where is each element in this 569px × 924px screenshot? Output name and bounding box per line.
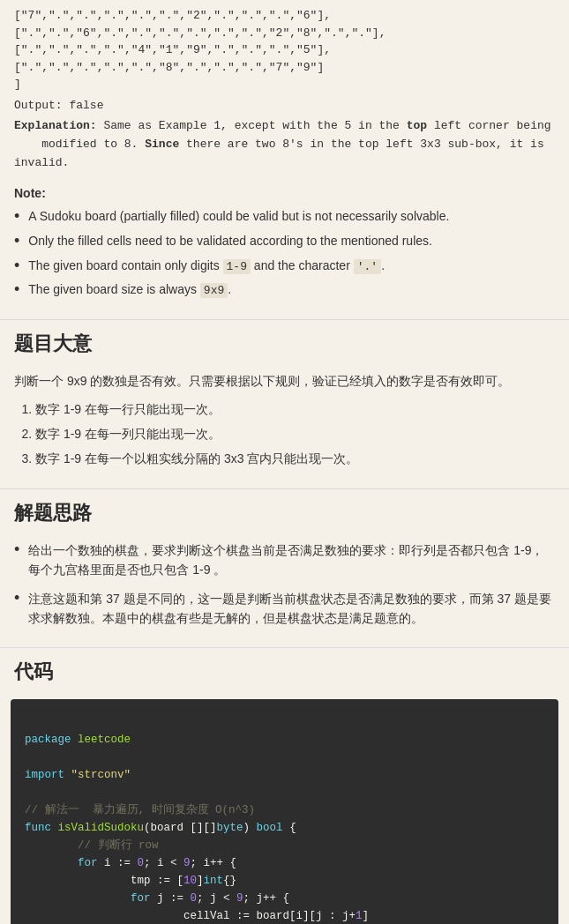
note-item-4: • The given board size is always 9x9. [14,280,555,300]
note-item-3: • The given board contain only digits 1-… [14,257,555,276]
code-line-2: [".",".","6",".",".",".",".",".",".","2"… [14,25,555,42]
note-item-2: • Only the filled cells need to be valid… [14,232,555,251]
title-content: 判断一个 9x9 的数独是否有效。只需要根据以下规则，验证已经填入的数字是否有效… [0,364,569,485]
output-line: Output: false [14,97,555,115]
note-text-3: The given board contain only digits 1-9 … [28,257,385,276]
rule-2: 数字 1-9 在每一列只能出现一次。 [35,424,555,443]
code-blank-3 [25,784,544,801]
solution-text-1: 给出一个数独的棋盘，要求判断这个棋盘当前是否满足数独的要求：即行列是否都只包含 … [28,540,555,580]
code-closing-bracket: ] [14,76,555,93]
title-intro: 判断一个 9x9 的数独是否有效。只需要根据以下规则，验证已经填入的数字是否有效… [14,371,555,392]
sol-bullet-1: • [14,540,19,560]
page: ["7",".",".",".",".",".","2",".",".","."… [0,0,569,924]
code-cellval: cellVal := board[i][j : j+1] [25,907,544,924]
solution-item-1: • 给出一个数独的棋盘，要求判断这个棋盘当前是否满足数独的要求：即行列是否都只包… [14,540,555,580]
code-section-header: 代码 [0,647,569,692]
code-for-j: for j := 0; j < 9; j++ { [25,890,544,907]
note-list: • A Sudoku board (partially filled) coul… [14,207,555,299]
sol-bullet-2: • [14,589,19,608]
solution-content: • 给出一个数独的棋盘，要求判断这个棋盘当前是否满足数独的要求：即行列是否都只包… [0,533,569,648]
rules-list: 数字 1-9 在每一行只能出现一次。 数字 1-9 在每一列只能出现一次。 数字… [14,399,555,469]
inline-code-digits: 1-9 [223,259,251,274]
output-label: Output: [14,99,63,112]
title-section-header: 题目大意 [0,319,569,364]
explanation-label: Explanation: [14,119,97,132]
note-section: Note: • A Sudoku board (partially filled… [0,179,569,315]
inline-code-size: 9x9 [200,283,228,298]
note-text-1: A Sudoku board (partially filled) could … [28,207,449,226]
code-package: package leetcode [25,731,544,749]
code-for-i: for i := 0; i < 9; i++ { [25,854,544,872]
solution-section-header: 解题思路 [0,488,569,533]
bullet-1: • [14,207,19,227]
code-line-4: [".",".",".",".",".","8",".",".",".","7"… [14,59,555,77]
code-tmp: tmp := [10]int{} [25,872,544,890]
code-blank-2 [25,749,544,766]
solution-list: • 给出一个数独的棋盘，要求判断这个棋盘当前是否满足数独的要求：即行列是否都只包… [14,540,555,629]
code-line-1: ["7",".",".",".",".",".","2",".",".","."… [14,7,555,25]
code-import: import "strconv" [25,766,544,784]
bullet-2: • [14,232,19,251]
solution-text-2: 注意这题和第 37 题是不同的，这一题是判断当前棋盘状态是否满足数独的要求，而第… [28,589,555,629]
code-container: package leetcode import "strconv" // 解法一… [11,699,558,924]
output-value: false [69,99,103,112]
bullet-3: • [14,257,19,276]
rule-3: 数字 1-9 在每一个以粗实线分隔的 3x3 宫内只能出现一次。 [35,449,555,468]
note-text-2: Only the filled cells need to be validat… [28,232,432,250]
note-item-1: • A Sudoku board (partially filled) coul… [14,207,555,227]
code-func-decl: func isValidSudoku(board [][]byte) bool … [25,819,544,837]
code-comment-2: // 判断行 row [25,837,544,854]
code-comment-1: // 解法一 暴力遍历, 时间复杂度 O(n^3) [25,801,544,819]
note-title: Note: [14,186,555,200]
rule-1: 数字 1-9 在每一行只能出现一次。 [35,399,555,419]
code-blank-1 [25,713,544,731]
inline-code-char: '.' [354,259,381,274]
solution-item-2: • 注意这题和第 37 题是不同的，这一题是判断当前棋盘状态是否满足数独的要求，… [14,589,555,629]
explanation: Explanation: Same as Example 1, except w… [14,117,555,172]
code-line-3: [".",".",".",".","4","1","9",".",".","."… [14,41,555,59]
note-text-4: The given board size is always 9x9. [28,280,231,300]
bullet-4: • [14,280,19,300]
top-code-block: ["7",".",".",".",".",".","2",".",".","."… [0,0,569,179]
